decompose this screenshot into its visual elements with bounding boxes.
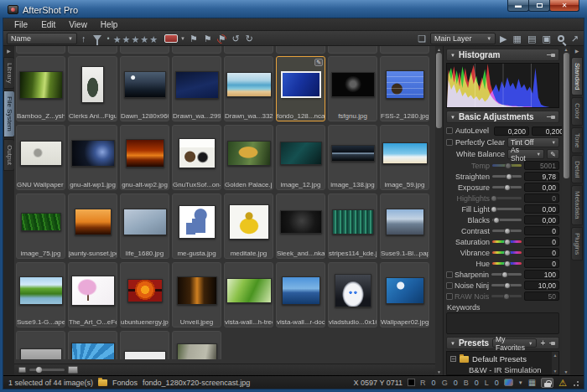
thumbnail-cell[interactable]: Suse9.1-G...apers.jpg xyxy=(16,262,65,328)
slider-track-straighten[interactable] xyxy=(492,175,522,178)
slider-value-fill-light[interactable]: 0,00 xyxy=(524,204,559,214)
panel-tab-detail[interactable]: Detail xyxy=(571,155,583,183)
slider-track-sharpening[interactable] xyxy=(491,273,522,276)
fullscreen-icon[interactable]: ↗ xyxy=(569,34,580,44)
grid-scrollbar-thumb[interactable] xyxy=(436,53,442,128)
thumbnail-cell[interactable]: vladstudio...0x1024.jpg xyxy=(328,262,377,328)
slider-value-contrast[interactable]: 0 xyxy=(524,226,559,235)
thumbnail-cell[interactable]: meditate.jpg xyxy=(224,193,273,259)
slideshow-icon[interactable]: ▶ xyxy=(498,34,508,44)
slider-value-temp[interactable]: 5001 xyxy=(524,161,559,170)
layer-select[interactable]: Main Layer ▼ xyxy=(430,33,496,44)
filter-icon[interactable] xyxy=(93,35,101,41)
thumbnail-cell[interactable] xyxy=(172,46,221,54)
color-label-caret-icon[interactable]: ▼ xyxy=(180,36,185,41)
scroll-down-icon[interactable]: ▼ xyxy=(553,369,558,374)
thumbnail-cell[interactable]: image_75.jpg xyxy=(16,193,65,259)
perfectly-clear-checkbox[interactable] xyxy=(446,139,453,146)
slider-handle[interactable] xyxy=(504,228,511,235)
grid-scrollbar[interactable]: ▲ ▼ xyxy=(435,46,443,375)
checkbox-noise-ninja[interactable] xyxy=(446,282,453,289)
reject-flag-icon[interactable]: ⚑ xyxy=(216,34,228,44)
close-button[interactable]: ✕ xyxy=(549,0,579,12)
thumbnail-cell[interactable] xyxy=(68,46,117,54)
color-management-icon[interactable] xyxy=(504,379,513,386)
panel-tab-standard[interactable]: Standard xyxy=(571,57,583,95)
slider-value-exposure[interactable]: 0,00 xyxy=(524,183,559,192)
preset-item-b-w-ir-simulation[interactable]: B&W - IR Simulation xyxy=(450,364,552,375)
thumbnail-cell[interactable]: ✎fondo_128...ncast.jpg xyxy=(276,56,325,121)
color-label-swatch[interactable] xyxy=(164,34,178,43)
thumbnail-cell[interactable]: Suse9.1-Bl...papers.jpg xyxy=(380,193,429,259)
pin-icon[interactable] xyxy=(549,340,555,347)
large-thumbnails-icon[interactable] xyxy=(68,366,78,374)
panel-tab-plugins[interactable]: Plugins xyxy=(571,227,583,260)
thumbnail-cell[interactable]: vista-wall...h-tree.jpg xyxy=(224,262,273,328)
thumbnail-cell[interactable]: Sleek_and...nkahn.jpg xyxy=(276,193,325,259)
thumbnail-cell[interactable]: GnuTuxSof...on-v1.jpg xyxy=(172,125,221,190)
thumbnail-cell[interactable]: Unveil.jpeg xyxy=(172,262,221,328)
collapse-icon[interactable]: ▼ xyxy=(450,53,455,58)
star-icon[interactable]: ★ xyxy=(113,34,122,44)
thumbnail-cell[interactable]: FSS-2_1280.jpg xyxy=(380,56,429,121)
slider-value-straighten[interactable]: 9,78 xyxy=(524,172,559,181)
thumbnail-cell[interactable] xyxy=(120,46,169,54)
thumbnail-cell[interactable]: image_138.jpg xyxy=(328,125,377,190)
slider-value-blacks[interactable]: 0,00 xyxy=(524,215,559,224)
white-balance-eyedropper-button[interactable]: ✎ xyxy=(547,149,559,159)
white-balance-select[interactable]: As Shot ▼ xyxy=(507,149,544,159)
flag-icon[interactable]: ⚑ xyxy=(188,34,200,44)
slider-track-contrast[interactable] xyxy=(492,230,522,232)
thumbnail-cell[interactable]: jaunty-sunset.jpg xyxy=(68,193,117,259)
slider-handle[interactable] xyxy=(506,173,512,180)
current-folder[interactable]: Fondos xyxy=(112,379,138,387)
thumbnail-cell[interactable]: Wallpaper02.jpg xyxy=(380,262,429,328)
thumbnail-cell[interactable]: Drawn_wa...299_.jpg xyxy=(172,56,221,121)
slider-track-vibrance[interactable] xyxy=(492,251,522,254)
layers-icon[interactable]: ❏ xyxy=(416,34,428,44)
sidebar-tab-library[interactable]: Library xyxy=(3,57,15,89)
thumbnail-cell[interactable]: gnu-alt-wp1.jpg xyxy=(68,125,117,190)
panel-scrollbar[interactable]: ▲ ▼ xyxy=(562,46,570,375)
checkbox-raw-noise[interactable] xyxy=(446,293,453,300)
sort-field-select[interactable]: Name ▼ xyxy=(7,33,77,44)
panel-tab-color[interactable]: Color xyxy=(571,97,583,125)
rotate-left-icon[interactable]: ↺ xyxy=(231,34,242,44)
sort-ascending-icon[interactable]: ↑ xyxy=(80,34,88,44)
add-preset-button[interactable]: + xyxy=(540,339,547,348)
slider-handle[interactable] xyxy=(503,293,510,300)
slider-value-sharpening[interactable]: 100 xyxy=(524,270,559,279)
thumbnail-cell[interactable]: The_Art_O...eFear.jpg xyxy=(68,262,117,328)
thumbnail-cell[interactable] xyxy=(120,331,169,359)
slider-handle[interactable] xyxy=(491,206,497,213)
thumbnail-cell[interactable] xyxy=(172,331,221,359)
autolevel-low-value[interactable]: 0,200 xyxy=(494,126,529,136)
thumbnail-cell[interactable] xyxy=(276,46,325,54)
scroll-down-icon[interactable]: ▼ xyxy=(564,369,569,374)
thumbnail-cell[interactable]: life_1680.jpg xyxy=(120,193,169,259)
autolevel-checkbox[interactable] xyxy=(446,127,453,134)
thumbnail-cell[interactable] xyxy=(16,331,65,359)
preset-folder-row[interactable]: − Default Presets xyxy=(450,353,552,364)
thumbnail-cell[interactable]: Dawn_1280x960.jpg xyxy=(120,56,169,121)
thumbnail-cell[interactable]: gnu-alt-wp2.jpg xyxy=(120,125,169,190)
menu-edit[interactable]: Edit xyxy=(35,20,61,29)
panel-tab-tone[interactable]: Tone xyxy=(571,127,583,153)
sidebar-tab-output[interactable]: Output xyxy=(3,139,15,171)
basic-adjustments-header[interactable]: ▼ Basic Adjustments xyxy=(446,111,559,123)
presets-header[interactable]: ▼ Presets My Favorites ▼ + xyxy=(446,337,559,349)
slider-handle[interactable] xyxy=(504,184,511,191)
thumbnail-cell[interactable]: image_12.jpg xyxy=(276,125,325,190)
strip-view-icon[interactable]: ▤ xyxy=(526,34,538,44)
collapse-icon[interactable]: ▼ xyxy=(450,341,455,346)
thumbnail-cell[interactable]: image_59.jpg xyxy=(380,125,429,190)
slider-track-blacks[interactable] xyxy=(492,219,522,221)
collapse-icon[interactable]: ▼ xyxy=(450,115,455,120)
thumbnail-cell[interactable] xyxy=(328,46,377,54)
slider-track-fill-light[interactable] xyxy=(492,208,522,210)
small-thumbnails-icon[interactable] xyxy=(18,367,26,373)
collapse-left-panel-icon[interactable]: ▶ xyxy=(7,48,11,54)
thumbnail-cell[interactable]: ubuntuenergy.jpg xyxy=(120,262,169,328)
grid-view-icon[interactable]: ▦ xyxy=(512,34,523,44)
collapse-right-panel-icon[interactable]: ▶ xyxy=(575,48,579,54)
